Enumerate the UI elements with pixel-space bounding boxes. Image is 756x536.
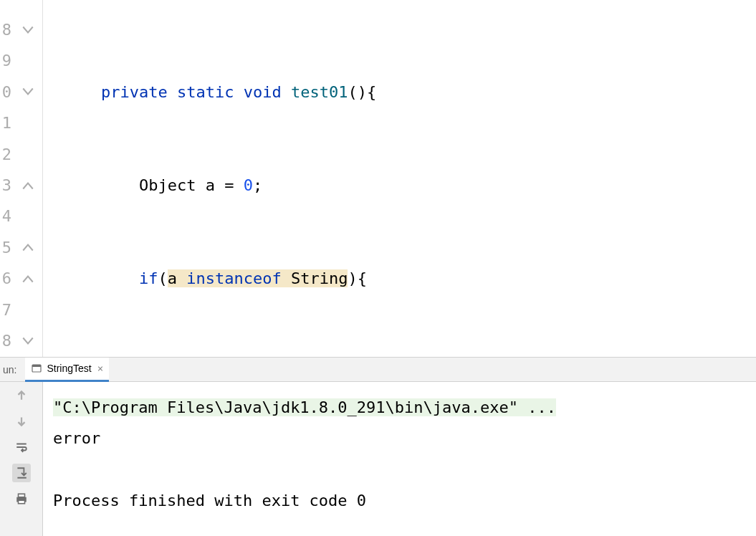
line-number: 4	[0, 201, 13, 231]
soft-wrap-button[interactable]	[12, 438, 31, 456]
svg-rect-2	[18, 494, 24, 497]
line-number-gutter: 8 9 0 1 2 3 4 5 6 7 8	[0, 0, 13, 357]
editor-area: 8 9 0 1 2 3 4 5 6 7 8 private sta	[0, 0, 756, 357]
run-panel: un: StringTest ×	[0, 357, 756, 536]
line-number: 8	[0, 325, 13, 356]
line-number: 1	[0, 107, 13, 138]
run-tab[interactable]: StringTest ×	[25, 358, 109, 382]
close-icon[interactable]: ×	[96, 363, 103, 374]
run-body: "C:\Program Files\Java\jdk1.8.0_291\bin\…	[0, 382, 756, 536]
down-button[interactable]	[12, 412, 31, 431]
line-number: 5	[0, 232, 13, 263]
fold-gutter	[13, 0, 43, 357]
fold-close-icon[interactable]	[13, 170, 42, 201]
line-number: 2	[0, 139, 13, 170]
line-number: 7	[0, 295, 13, 325]
run-panel-label: un:	[3, 364, 25, 375]
svg-rect-4	[18, 500, 24, 504]
code-editor[interactable]: private static void test01(){ Object a =…	[43, 0, 756, 357]
scroll-to-end-button[interactable]	[12, 464, 31, 482]
run-toolbar	[0, 382, 43, 536]
line-number: 6	[0, 263, 13, 294]
ide-container: 8 9 0 1 2 3 4 5 6 7 8 private sta	[0, 0, 756, 536]
fold-close-icon[interactable]	[13, 232, 42, 263]
svg-rect-1	[32, 365, 41, 367]
line-number: 3	[0, 170, 13, 201]
console-output[interactable]: "C:\Program Files\Java\jdk1.8.0_291\bin\…	[43, 382, 756, 536]
line-number: 0	[0, 77, 13, 107]
up-button[interactable]	[12, 386, 31, 405]
code-line: Object a = 0;	[43, 170, 756, 201]
console-command-line: "C:\Program Files\Java\jdk1.8.0_291\bin\…	[53, 398, 556, 416]
fold-close-icon[interactable]	[13, 263, 42, 294]
line-number: 8	[0, 14, 13, 45]
java-app-icon	[31, 360, 42, 378]
run-panel-header: un: StringTest ×	[0, 358, 756, 382]
fold-open-icon[interactable]	[13, 77, 42, 107]
code-line: if(a instanceof String){	[43, 263, 756, 294]
run-tab-title: StringTest	[47, 363, 91, 374]
console-exit-line: Process finished with exit code 0	[53, 492, 366, 509]
highlighted-span: a	[168, 269, 187, 287]
line-number: 9	[0, 45, 13, 76]
code-line: private static void test01(){	[43, 77, 756, 107]
print-button[interactable]	[12, 489, 31, 508]
fold-open-icon[interactable]	[13, 325, 42, 356]
console-output-line: error	[53, 429, 100, 447]
fold-open-icon[interactable]	[13, 14, 42, 45]
